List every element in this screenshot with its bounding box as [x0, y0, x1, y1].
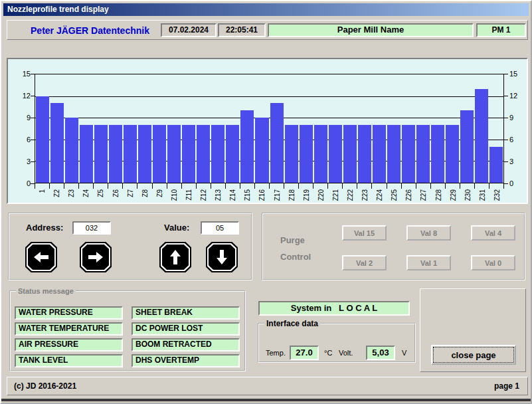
app-window: Nozzleprofile trend display Peter JÄGER …	[0, 0, 532, 404]
bar-slot	[167, 74, 181, 183]
y-axis-label: 6	[9, 136, 31, 144]
x-axis-label: Z19	[299, 189, 313, 207]
x-axis-label-text: Z23	[361, 189, 369, 201]
purge-val-15-button[interactable]: Val 15	[342, 225, 387, 241]
x-axis-tick	[123, 183, 137, 189]
x-axis-label: Z32	[489, 189, 504, 207]
x-axis-tick	[79, 183, 94, 189]
x-axis-label: Z15	[240, 189, 254, 207]
bar-slot	[254, 74, 269, 183]
x-axis-tick	[299, 183, 313, 189]
copyright-text: (c) JD 2016-2021	[14, 377, 76, 395]
x-axis-label: Z5	[93, 189, 108, 207]
x-axis-label: Z30	[460, 189, 475, 207]
bar	[182, 125, 195, 183]
bar-slot	[416, 74, 430, 183]
x-axis-label-text: Z3	[68, 189, 75, 197]
bar-slot	[152, 74, 167, 183]
bar-slot	[137, 74, 152, 183]
x-axis-tick	[240, 183, 255, 189]
y-axis-tick	[31, 74, 35, 74]
arrow-button-ring	[27, 243, 56, 271]
value-down-button[interactable]	[206, 242, 238, 272]
bar-slot	[401, 74, 416, 183]
company-name: Peter JÄGER Datentechnik	[15, 21, 165, 41]
bar	[300, 125, 313, 183]
y-axis-tick	[504, 96, 508, 96]
purge-val-0-button[interactable]: Val 0	[471, 255, 515, 270]
x-axis-label: Z21	[328, 189, 343, 207]
purge-val-8-button[interactable]: Val 8	[406, 225, 451, 241]
x-axis-label: 1	[35, 189, 49, 207]
temp-unit: °C	[324, 349, 332, 357]
address-right-button[interactable]	[80, 242, 112, 272]
x-axis-tick	[182, 183, 197, 189]
x-axis-label-text: Z27	[420, 189, 427, 201]
purge-buttons: Val 15Val 8Val 4Val 2Val 1Val 0	[342, 225, 515, 270]
bar	[270, 103, 284, 183]
bar-slot	[430, 74, 445, 183]
y-axis-tick	[31, 118, 35, 118]
x-axis-label-text: Z15	[244, 189, 251, 201]
arrow-left-icon	[28, 245, 54, 270]
x-axis-ticks	[35, 183, 504, 189]
arrow-right-icon	[82, 245, 109, 270]
bar	[226, 125, 239, 183]
purge-val-2-button[interactable]: Val 2	[342, 255, 387, 270]
x-axis-label-text: Z13	[215, 189, 222, 201]
x-axis-tick	[489, 183, 504, 189]
x-axis-label: Z3	[64, 189, 78, 207]
bar-slot	[79, 74, 94, 183]
x-axis-tick	[372, 183, 387, 189]
x-axis-label: Z2	[49, 189, 64, 207]
x-axis-label-text: Z7	[127, 189, 134, 197]
bar-slot	[328, 74, 343, 183]
x-axis-labels: 1Z2Z3Z4Z5Z6Z7Z8Z9Z10Z11Z12Z13Z14Z15Z16Z1…	[35, 189, 504, 207]
volt-value-display: 5,03	[366, 346, 395, 360]
status-column-2: SHEET BREAKDC POWER LOSTBOOM RETRACTEDDH…	[132, 306, 240, 370]
volt-label: Volt.	[339, 349, 353, 357]
x-axis-label: Z20	[313, 189, 328, 207]
bar	[36, 96, 49, 183]
bar	[240, 110, 254, 183]
purge-val-1-button[interactable]: Val 1	[406, 255, 451, 270]
bar-slot	[387, 74, 401, 183]
purge-val-4-button[interactable]: Val 4	[471, 225, 515, 241]
x-axis-label-text: Z30	[464, 189, 472, 201]
bar	[138, 125, 151, 183]
x-axis-tick	[226, 183, 240, 189]
x-axis-label: Z7	[123, 189, 137, 207]
address-input[interactable]	[72, 221, 111, 235]
x-axis-label-text: Z14	[229, 189, 236, 201]
x-axis-label-text: Z25	[391, 189, 398, 201]
bar-slot	[313, 74, 328, 183]
close-page-button[interactable]: close page	[431, 345, 516, 365]
x-axis-tick	[446, 183, 460, 189]
x-axis-label-text: Z16	[258, 189, 266, 201]
arrow-button-ring	[81, 243, 110, 271]
x-axis-label-text: Z17	[274, 189, 281, 201]
y-axis-label: 15	[509, 70, 531, 78]
value-input[interactable]	[201, 221, 239, 235]
x-axis-label-text: Z32	[493, 189, 501, 201]
window-bottom-edge	[1, 399, 531, 401]
value-up-button[interactable]	[159, 242, 191, 272]
address-left-button[interactable]	[25, 242, 57, 272]
bar	[329, 125, 342, 183]
y-axis-label: 9	[509, 114, 531, 122]
status-message-legend: Status message	[16, 287, 76, 295]
window-title: Nozzleprofile trend display	[7, 5, 109, 14]
y-axis-tick	[31, 161, 35, 162]
x-axis-label-text: 1	[39, 189, 46, 193]
x-axis-label-text: Z24	[376, 189, 383, 201]
x-axis-tick	[137, 183, 152, 189]
status-indicator-boom-retracted: BOOM RETRACTED	[132, 338, 240, 352]
y-axis-tick	[31, 140, 35, 140]
x-axis-label: Z28	[431, 189, 446, 207]
bar	[314, 125, 327, 183]
bar-slot	[94, 74, 108, 183]
y-axis-tick	[504, 118, 508, 118]
x-axis-label: Z29	[446, 189, 460, 207]
y-axis-label: 3	[509, 157, 531, 165]
bar-slot	[35, 74, 50, 183]
